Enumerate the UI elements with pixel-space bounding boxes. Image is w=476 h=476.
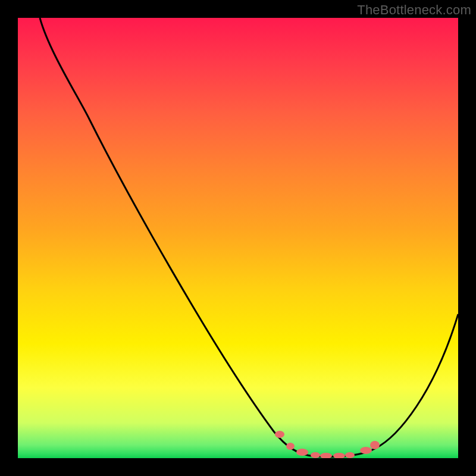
chart-frame: TheBottleneck.com [0, 0, 476, 476]
attribution-watermark: TheBottleneck.com [357, 2, 471, 18]
marker-dot [320, 453, 332, 458]
marker-dot [333, 453, 345, 458]
bottleneck-curve [18, 18, 458, 458]
optimal-region-markers [275, 431, 380, 458]
plot-area [18, 18, 458, 458]
curve-path [40, 18, 458, 457]
marker-dot [296, 449, 308, 456]
marker-dot [345, 452, 355, 458]
marker-dot [275, 431, 284, 438]
marker-dot [360, 447, 372, 454]
marker-dot [286, 443, 295, 450]
marker-dot [311, 452, 320, 458]
marker-dot [370, 441, 380, 449]
